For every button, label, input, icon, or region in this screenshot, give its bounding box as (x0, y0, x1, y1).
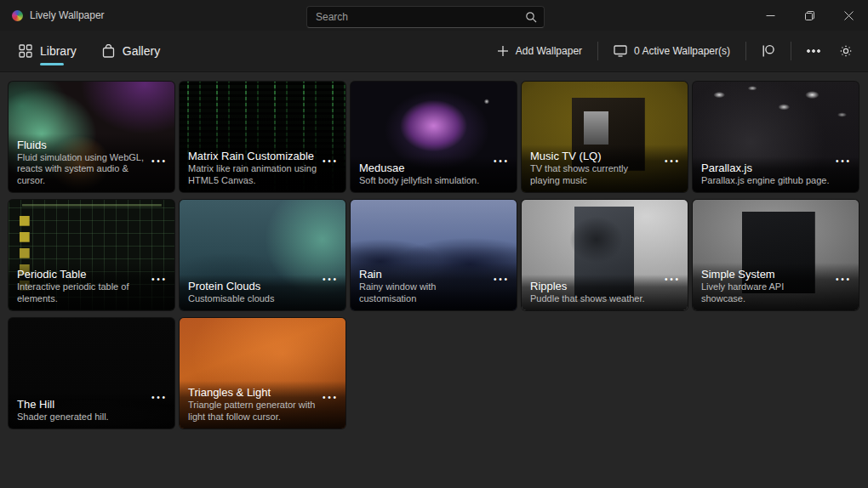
wallpaper-card[interactable]: Parallax.js Parallax.js engine github pa… (693, 82, 859, 192)
wallpaper-more-icon[interactable] (831, 271, 854, 287)
wallpaper-caption: Rain Rainy window with customisation (351, 263, 517, 310)
tab-library-label: Library (40, 44, 77, 58)
window-controls (751, 0, 868, 31)
wallpaper-card[interactable]: Medusae Soft body jellyfish simulation. (351, 82, 517, 192)
wallpaper-more-icon[interactable] (147, 271, 169, 287)
wallpaper-more-icon[interactable] (660, 271, 682, 287)
active-tab-indicator (40, 63, 64, 65)
tab-strip: Library Gallery (0, 34, 167, 68)
minimize-icon (766, 11, 775, 20)
settings-button[interactable] (831, 37, 861, 65)
wallpaper-title: The Hill (17, 397, 146, 411)
wallpaper-more-icon[interactable] (660, 153, 682, 168)
app-identity: Lively Wallpaper (0, 9, 105, 21)
wallpaper-title: Triangles & Light (188, 385, 317, 400)
wallpaper-title: Fluids (17, 138, 146, 152)
wallpaper-title: Medusae (359, 161, 488, 175)
wallpaper-description: Interactive periodic table of elements. (17, 281, 146, 304)
monitor-icon (614, 45, 627, 57)
wallpaper-caption: Matrix Rain Customizable Matrix like rai… (180, 145, 345, 192)
wallpaper-more-icon[interactable] (318, 271, 340, 287)
active-wallpapers-label: 0 Active Wallpaper(s) (634, 45, 730, 57)
wallpaper-card[interactable]: Triangles & Light Triangle pattern gener… (180, 318, 345, 428)
wallpaper-description: Fluid simulation using WebGL, reacts wit… (17, 152, 146, 187)
toolbar: Add Wallpaper 0 Active Wallpaper(s) (488, 31, 861, 71)
wallpaper-title: Music TV (LQ) (530, 149, 659, 163)
wallpaper-card[interactable]: Simple System Lively hardware API showca… (693, 200, 859, 310)
wallpaper-description: Triangle pattern generator with light th… (188, 400, 317, 423)
tab-library[interactable]: Library (12, 34, 83, 68)
app-title: Lively Wallpaper (30, 9, 105, 21)
menubar: Library Gallery Add Wallpaper 0 Active W… (0, 31, 868, 72)
gallery-bag-icon (102, 44, 115, 58)
wallpaper-more-icon[interactable] (318, 389, 340, 405)
wallpaper-more-icon[interactable] (831, 153, 854, 168)
wallpaper-title: Protein Clouds (188, 279, 317, 293)
search-icon[interactable] (525, 11, 537, 23)
patreon-icon (762, 44, 775, 58)
close-button[interactable] (829, 0, 868, 31)
wallpaper-more-icon[interactable] (318, 153, 340, 168)
wallpaper-more-icon[interactable] (147, 389, 169, 405)
plus-icon (497, 45, 509, 57)
wallpaper-description: Rainy window with customisation (359, 281, 488, 304)
wallpaper-card[interactable]: Matrix Rain Customizable Matrix like rai… (180, 82, 345, 192)
wallpaper-more-icon[interactable] (147, 153, 169, 168)
wallpaper-title: Periodic Table (17, 267, 146, 281)
wallpaper-title: Matrix Rain Customizable (188, 149, 317, 163)
toolbar-separator (791, 42, 791, 60)
wallpaper-card[interactable]: Periodic Table Interactive periodic tabl… (9, 200, 174, 310)
app-window: Lively Wallpaper Library (0, 0, 868, 488)
toolbar-separator (597, 42, 598, 60)
wallpaper-grid: Fluids Fluid simulation using WebGL, rea… (9, 82, 859, 428)
toolbar-separator (745, 42, 746, 60)
app-logo-icon (12, 10, 23, 21)
search-box (306, 6, 545, 28)
content-area: Fluids Fluid simulation using WebGL, rea… (0, 72, 868, 428)
library-grid-icon (19, 44, 32, 58)
patreon-button[interactable] (753, 37, 784, 65)
wallpaper-caption: Triangles & Light Triangle pattern gener… (180, 381, 345, 428)
restore-icon (805, 11, 814, 20)
wallpaper-description: Matrix like rain animation using HTML5 C… (188, 163, 317, 186)
wallpaper-title: Simple System (701, 267, 830, 281)
wallpaper-description: Lively hardware API showcase. (701, 281, 830, 304)
wallpaper-card[interactable]: The Hill Shader generated hill. (9, 318, 174, 428)
wallpaper-title: Parallax.js (701, 161, 830, 175)
wallpaper-title: Rain (359, 267, 488, 281)
tab-gallery-label: Gallery (123, 44, 160, 58)
wallpaper-caption: Music TV (LQ) TV that shows currently pl… (522, 145, 688, 192)
wallpaper-card[interactable]: Fluids Fluid simulation using WebGL, rea… (9, 82, 174, 192)
wallpaper-more-icon[interactable] (489, 271, 511, 287)
wallpaper-description: Customisable clouds (188, 293, 317, 305)
wallpaper-card[interactable]: Rain Rainy window with customisation (351, 200, 517, 310)
wallpaper-title: Ripples (530, 279, 659, 293)
wallpaper-description: Shader generated hill. (17, 411, 146, 423)
more-horizontal-icon (807, 49, 820, 53)
tab-gallery[interactable]: Gallery (95, 34, 167, 68)
add-wallpaper-label: Add Wallpaper (516, 45, 582, 57)
wallpaper-description: Soft body jellyfish simulation. (359, 175, 488, 187)
wallpaper-more-icon[interactable] (489, 153, 511, 168)
add-wallpaper-button[interactable]: Add Wallpaper (488, 37, 591, 65)
close-icon (844, 11, 854, 20)
wallpaper-description: TV that shows currently playing music (530, 163, 659, 186)
more-options-button[interactable] (798, 37, 829, 65)
gear-icon (839, 44, 853, 58)
search-input[interactable] (316, 11, 525, 23)
wallpaper-caption: Simple System Lively hardware API showca… (693, 263, 859, 310)
minimize-button[interactable] (751, 0, 790, 31)
wallpaper-card[interactable]: Protein Clouds Customisable clouds (180, 200, 345, 310)
wallpaper-caption: Periodic Table Interactive periodic tabl… (9, 263, 174, 310)
restore-button[interactable] (790, 0, 829, 31)
wallpaper-description: Puddle that shows weather. (530, 293, 659, 305)
wallpaper-card[interactable]: Ripples Puddle that shows weather. (522, 200, 688, 310)
wallpaper-description: Parallax.js engine github page. (701, 175, 830, 187)
wallpaper-card[interactable]: Music TV (LQ) TV that shows currently pl… (522, 82, 688, 192)
active-wallpapers-button[interactable]: 0 Active Wallpaper(s) (605, 37, 739, 65)
